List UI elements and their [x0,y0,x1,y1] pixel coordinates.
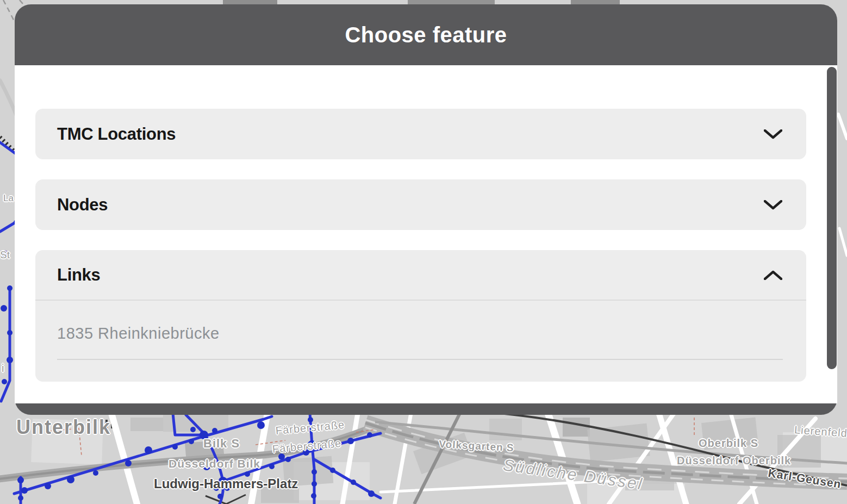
dialog-body: TMC Locations Nodes Links [15,65,837,403]
link-item[interactable]: 1835 Rheinkniebrücke [57,325,783,360]
app-root: Unterbilk Färberstraße Bilk S Färberstra… [0,0,847,504]
map-label: Düsseldorf Oberbilk [677,455,791,467]
accordion-label: TMC Locations [57,125,176,144]
dialog-title: Choose feature [345,23,507,47]
chevron-up-icon [764,270,782,280]
accordion-header-links[interactable]: Links [35,250,806,301]
accordion-content-links: 1835 Rheinkniebrücke [35,301,806,382]
accordion-header-nodes[interactable]: Nodes [35,179,806,230]
map-label: i [2,362,4,375]
chevron-down-icon [764,129,782,139]
map-label: Unterbilk [16,416,111,439]
chevron-down-icon [764,200,782,210]
accordion-links: Links 1835 Rheinkniebrücke [35,250,806,382]
accordion-header-tmc-locations[interactable]: TMC Locations [35,109,806,159]
map-label: La [3,193,14,204]
map-label: Düsseldorf Bilk [169,457,260,470]
dialog-header: Choose feature [15,4,837,65]
map-label: Ludwig-Hammers-Platz [154,476,298,491]
accordion-label: Nodes [57,195,108,215]
accordion-tmc-locations: TMC Locations [35,109,806,159]
choose-feature-dialog: Choose feature TMC Locations Nodes [15,4,837,415]
map-label: Oberbilk S [699,437,758,450]
map-label: St [0,249,10,261]
map-label: Bilk S [203,437,240,451]
accordion-label: Links [57,265,100,285]
modal-scrollbar-thumb[interactable] [827,67,837,369]
accordion-nodes: Nodes [35,179,806,230]
